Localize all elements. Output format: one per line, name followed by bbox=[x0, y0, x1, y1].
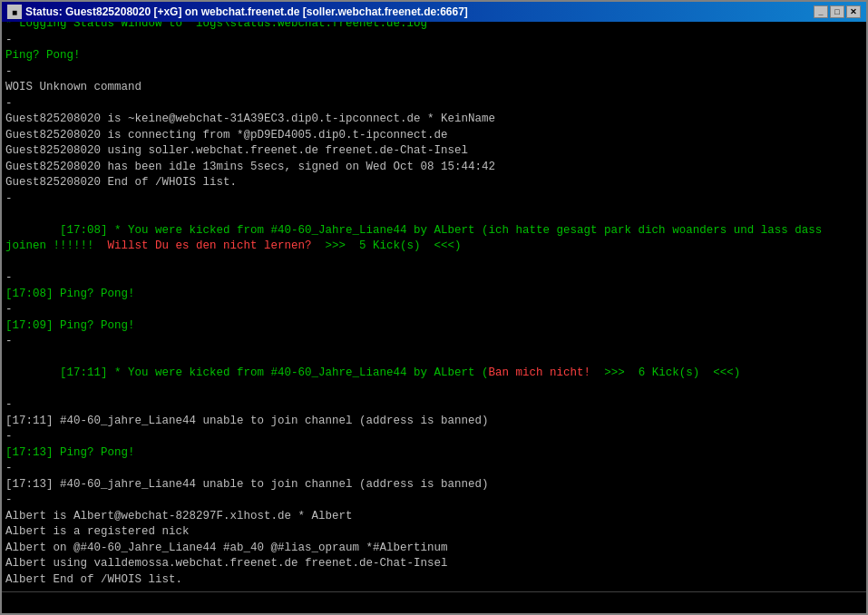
kick-line-3: [17:11] * You were kicked from #40-60_Ja… bbox=[5, 350, 863, 398]
chat-log[interactable]: - * You were kicked from #40-60_Jahre_Li… bbox=[2, 22, 866, 591]
separator-line: - bbox=[5, 334, 863, 350]
window-icon: ■ bbox=[7, 5, 22, 19]
input-bar bbox=[2, 591, 866, 613]
whois-line-2: Guest825208020 is connecting from *@pD9E… bbox=[5, 128, 863, 144]
whois-albert-4: Albert using valldemossa.webchat.freenet… bbox=[5, 556, 863, 572]
separator-line: - bbox=[5, 96, 863, 112]
ping-line-2: Ping? Pong! bbox=[5, 48, 863, 64]
separator-line: - bbox=[5, 64, 863, 81]
title-bar-left: ■ Status: Guest825208020 [+xG] on webcha… bbox=[7, 5, 468, 19]
whois-albert-3: Albert on @#40-60_Jahre_Liane44 #ab_40 @… bbox=[5, 541, 863, 557]
separator-line: - bbox=[5, 429, 863, 445]
ping-line-4: [17:09] Ping? Pong! bbox=[5, 318, 863, 335]
whois-line-1: Guest825208020 is ~keine@webchat-31A39EC… bbox=[5, 112, 863, 128]
close-button[interactable]: ✕ bbox=[846, 5, 861, 18]
content-area: - * You were kicked from #40-60_Jahre_Li… bbox=[2, 22, 866, 613]
whois-line-5: Guest825208020 End of /WHOIS list. bbox=[5, 175, 863, 191]
whois-line-4: Guest825208020 has been idle 13mins 5sec… bbox=[5, 160, 863, 176]
wois-line: WOIS Unknown command bbox=[5, 80, 863, 96]
main-window: ■ Status: Guest825208020 [+xG] on webcha… bbox=[0, 0, 868, 615]
title-bar: ■ Status: Guest825208020 [+xG] on webcha… bbox=[2, 2, 866, 22]
title-buttons: _ □ ✕ bbox=[814, 5, 861, 18]
whois-albert-1: Albert is Albert@webchat-828297F.xlhost.… bbox=[5, 509, 863, 525]
separator-line: - bbox=[5, 33, 863, 49]
separator-line: - bbox=[5, 270, 863, 287]
kick-line-2: [17:08] * You were kicked from #40-60_Ja… bbox=[5, 207, 863, 270]
banned-line-1: [17:11] #40-60_jahre_Liane44 unable to j… bbox=[5, 414, 863, 430]
separator-line: - bbox=[5, 397, 863, 414]
separator-line: - bbox=[5, 493, 863, 509]
whois-line-3: Guest825208020 using soller.webchat.free… bbox=[5, 143, 863, 160]
chat-input[interactable] bbox=[2, 595, 866, 611]
window-title: Status: Guest825208020 [+xG] on webchat.… bbox=[25, 5, 468, 18]
banned-line-2: [17:13] #40-60_jahre_Liane44 unable to j… bbox=[5, 477, 863, 493]
log-line: * Logging Status Window to 'logs\status.… bbox=[5, 22, 863, 33]
separator-line: - bbox=[5, 461, 863, 477]
maximize-button[interactable]: □ bbox=[830, 5, 844, 18]
whois-albert-5: Albert End of /WHOIS list. bbox=[5, 572, 863, 589]
ping-line-3: [17:08] Ping? Pong! bbox=[5, 287, 863, 303]
whois-albert-2: Albert is a registered nick bbox=[5, 524, 863, 541]
separator-line: - bbox=[5, 191, 863, 208]
separator-line: - bbox=[5, 302, 863, 318]
minimize-button[interactable]: _ bbox=[814, 5, 828, 18]
ping-line-5: [17:13] Ping? Pong! bbox=[5, 445, 863, 462]
